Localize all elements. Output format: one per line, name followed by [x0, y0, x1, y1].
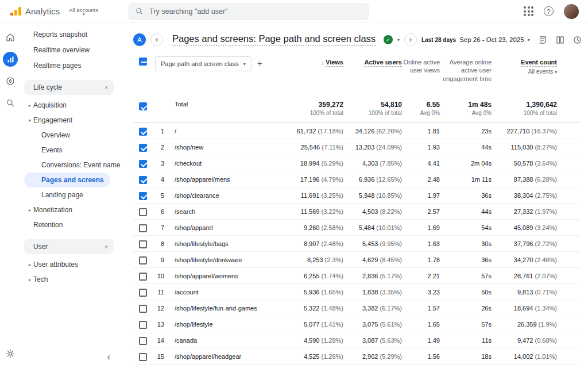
sidebar-item-monetization[interactable]: ▸Monetization	[21, 202, 117, 217]
sidebar-item-realtime-overview[interactable]: Realtime overview	[21, 42, 117, 57]
row-checkbox[interactable]	[139, 353, 147, 361]
views-cell: 9,260 (2.58%)	[283, 224, 343, 231]
collapse-nav-button[interactable]: ‹	[107, 352, 110, 362]
row-checkbox[interactable]	[139, 240, 147, 248]
views-cell: 11,569 (3.22%)	[283, 208, 343, 215]
analytics-logo-icon	[10, 7, 21, 16]
search-placeholder: Try searching "add user"	[149, 7, 227, 16]
report-table: Page path and screen class ▾ + ↓Views Ac…	[133, 53, 580, 365]
active-users-cell: 13,203 (24.09%)	[343, 144, 402, 151]
page-path-cell: /checkout	[168, 160, 283, 167]
engagement-time-cell: 23s	[440, 128, 492, 135]
table-row: 2/shop/new25,546 (7.11%)13,203 (24.09%)1…	[133, 139, 580, 155]
user-avatar[interactable]	[564, 4, 579, 19]
sidebar-item-pages-and-screens[interactable]: Pages and screens	[24, 172, 110, 187]
sidebar-item-retention[interactable]: Retention	[21, 217, 117, 232]
sidebar-item-realtime-pages[interactable]: Realtime pages	[21, 57, 117, 73]
compare-icon[interactable]	[555, 35, 565, 45]
sidebar-item-landing-page[interactable]: Landing page	[21, 187, 117, 202]
row-checkbox[interactable]	[139, 273, 147, 281]
col-header-avg-engagement-time[interactable]: Average online active user engagement ti…	[440, 56, 492, 83]
search-input[interactable]: Try searching "add user"	[128, 3, 369, 20]
account-switcher[interactable]: All accounts ▼	[69, 7, 98, 16]
help-icon[interactable]: ?	[544, 6, 554, 16]
total-event-count-cell: 1,390,642100% of total	[492, 101, 557, 116]
engagement-time-cell: 36s	[440, 192, 492, 199]
event-count-cell: 45,089 (3.24%)	[492, 224, 557, 231]
select-all-checkbox[interactable]	[139, 57, 147, 66]
row-index: 3	[153, 160, 168, 167]
admin-gear-icon[interactable]	[3, 346, 18, 361]
table-row: 13/shop/lifestyle5,077 (1.41%)3,075 (5.6…	[133, 316, 580, 332]
all-users-comparison-chip[interactable]: A	[133, 33, 146, 46]
sidebar-item-user-attributes[interactable]: ▸User attributes	[21, 257, 117, 272]
engagement-time-cell: 44s	[440, 208, 492, 215]
event-count-cell: 9,813 (0.71%)	[492, 289, 557, 296]
active-users-cell: 4,503 (8.22%)	[343, 208, 402, 215]
nav-section-life-cycle[interactable]: Life cycle∧	[24, 80, 114, 95]
views-cell: 8,253 (2.3%)	[283, 256, 343, 263]
row-index: 8	[153, 240, 168, 247]
row-checkbox[interactable]	[139, 144, 147, 152]
add-dimension-button[interactable]: +	[257, 59, 262, 69]
chevron-down-icon: ▾	[243, 62, 246, 67]
table-row: 7/shop/apparel9,260 (2.58%)5,484 (10.01%…	[133, 220, 580, 236]
row-checkbox[interactable]	[139, 305, 147, 313]
engagement-time-cell: 11s	[440, 337, 492, 344]
online-views-cell: 1.56	[402, 353, 440, 360]
sidebar-item-conversions-event-name[interactable]: Conversions: Event name	[21, 158, 117, 172]
title-chevron-down-icon[interactable]: ▾	[397, 37, 400, 43]
row-checkbox[interactable]	[139, 289, 147, 297]
home-icon[interactable]	[3, 30, 18, 45]
advertising-icon[interactable]	[3, 95, 18, 110]
apps-grid-icon[interactable]	[524, 6, 533, 16]
engagement-time-cell: 36s	[440, 256, 492, 263]
sidebar-item-acquisition[interactable]: ▸Acquisition	[21, 98, 117, 113]
row-checkbox[interactable]	[139, 192, 147, 200]
sidebar-item-reports-snapshot[interactable]: Reports snapshot	[21, 26, 117, 42]
row-checkbox[interactable]	[139, 160, 147, 168]
report-title[interactable]: Pages and screens: Page path and screen …	[172, 33, 376, 46]
clock-icon[interactable]	[572, 35, 582, 45]
row-checkbox[interactable]	[139, 256, 147, 264]
views-cell: 18,994 (5.29%)	[283, 160, 343, 167]
chevron-down-icon: ▼	[82, 13, 86, 16]
engagement-time-cell: 44s	[440, 144, 492, 151]
reports-icon[interactable]	[3, 52, 18, 67]
row-checkbox[interactable]	[139, 208, 147, 216]
note-icon[interactable]	[538, 35, 548, 45]
page-path-cell: /shop/lifestyle/drinkware	[168, 256, 283, 263]
row-checkbox[interactable]	[139, 128, 147, 136]
nav-section-user[interactable]: User∧	[24, 239, 114, 254]
date-range-picker[interactable]: Last 28 days Sep 26 - Oct 23, 2025 ▾	[421, 36, 530, 43]
chevron-right-icon: ▸	[26, 103, 33, 108]
active-users-cell: 2,902 (5.29%)	[343, 353, 402, 360]
engagement-time-cell: 50s	[440, 289, 492, 296]
row-checkbox[interactable]	[139, 321, 147, 329]
online-views-cell: 1.81	[402, 128, 440, 135]
dimension-selector[interactable]: Page path and screen class ▾	[155, 56, 252, 71]
sidebar-item-engagement[interactable]: ▾Engagement	[21, 113, 117, 128]
active-users-cell: 4,629 (8.45%)	[343, 256, 402, 263]
online-views-cell: 3.23	[402, 289, 440, 296]
event-count-cell: 115,030 (8.27%)	[492, 144, 557, 151]
col-header-online-active-user-views[interactable]: Online active user views	[402, 56, 440, 75]
add-chart-button[interactable]: +	[404, 33, 417, 46]
total-active-users-cell: 54,810100% of total	[343, 101, 402, 116]
saved-check-icon: ✓	[384, 35, 393, 44]
explore-icon[interactable]	[3, 74, 18, 89]
add-comparison-button[interactable]: +	[150, 33, 163, 46]
row-checkbox[interactable]	[139, 337, 147, 345]
col-header-active-users[interactable]: Active users	[365, 56, 402, 66]
row-checkbox[interactable]	[139, 176, 147, 184]
col-header-views[interactable]: ↓Views	[322, 56, 344, 66]
active-users-cell: 5,453 (9.95%)	[343, 240, 402, 247]
col-header-event-count[interactable]: Event count All events ▾	[521, 56, 557, 76]
total-row-checkbox[interactable]	[139, 102, 147, 110]
sidebar-item-overview[interactable]: Overview	[21, 128, 117, 143]
sidebar-item-tech[interactable]: ▸Tech	[21, 272, 117, 287]
event-type-selector[interactable]: All events ▾	[521, 68, 557, 75]
sidebar-item-events[interactable]: Events	[21, 143, 117, 158]
table-row: 4/shop/apparel/mens17,196 (4.79%)6,936 (…	[133, 171, 580, 187]
row-checkbox[interactable]	[139, 224, 147, 232]
